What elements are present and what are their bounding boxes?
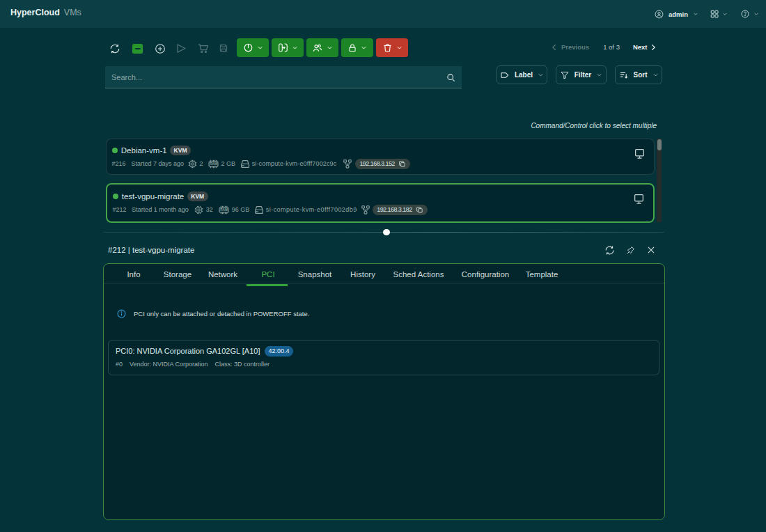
svg-text:RAM: RAM <box>210 162 217 166</box>
svg-text:RAM: RAM <box>220 208 228 212</box>
